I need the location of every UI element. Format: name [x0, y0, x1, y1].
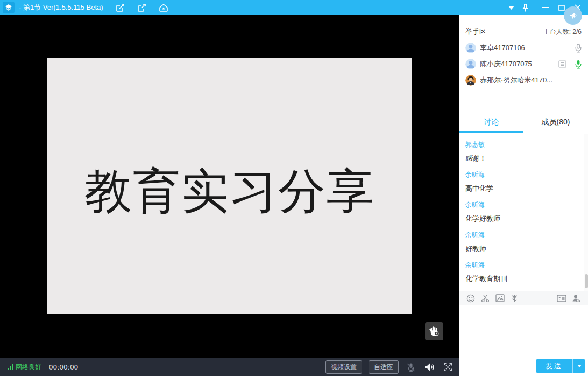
raise-hand-button[interactable] [425, 322, 443, 340]
send-row: 发送 [459, 358, 588, 376]
tab-discussion[interactable]: 讨论 [459, 112, 523, 133]
send-button[interactable]: 发送 [536, 359, 572, 373]
chat-text: 化学好教师 [465, 214, 582, 223]
sidebar: 举手区 上台人数: 2/6 李卓41707106 陈小庆4170707 [459, 15, 588, 376]
pin-icon[interactable] [518, 0, 532, 15]
id-card-icon[interactable] [555, 293, 568, 304]
minimize-button[interactable] [537, 0, 554, 15]
network-status: 网络良好 [8, 363, 41, 372]
titlebar: - 第1节 Ver(1.5.5.115 Beta) [0, 0, 588, 15]
slide-title-text: 教育实习分享 [84, 159, 375, 224]
chat-text: 高中化学 [465, 184, 582, 193]
chat-message: 余昕海 好教师 [465, 231, 582, 253]
chat-username[interactable]: 余昕海 [465, 170, 582, 179]
session-timer: 00:00:00 [49, 363, 79, 371]
chat-text: 感谢！ [465, 154, 582, 163]
message-input-area[interactable] [459, 305, 588, 358]
chat-scrollbar[interactable] [584, 134, 588, 291]
bottom-control-bar: 网络良好 00:00:00 视频设置 自适应 [0, 358, 459, 376]
avatar-photo [465, 75, 476, 86]
participant-row[interactable]: 李卓41707106 [459, 40, 588, 56]
megaphone-icon [569, 12, 578, 20]
chat-text: 化学教育期刊 [465, 275, 582, 283]
app-logo-icon [3, 2, 15, 13]
microphone-on-icon[interactable] [575, 60, 582, 69]
video-settings-button[interactable]: 视频设置 [325, 360, 362, 374]
chat-text: 好教师 [465, 245, 582, 253]
fullscreen-icon[interactable] [442, 361, 454, 373]
chat-message: 余昕海 化学教育期刊 [465, 261, 582, 283]
emoji-icon[interactable] [464, 293, 477, 304]
network-signal-icon [8, 364, 13, 370]
chat-message: 余昕海 高中化学 [465, 170, 582, 193]
participant-list: 李卓41707106 陈小庆41707075 [459, 40, 588, 88]
avatar [465, 43, 476, 53]
member-view-icon[interactable] [570, 293, 583, 304]
flower-icon[interactable] [508, 293, 521, 304]
send-options-caret[interactable] [572, 359, 585, 373]
chat-scrollbar-thumb[interactable] [585, 274, 588, 288]
speaker-icon[interactable] [423, 361, 435, 373]
home-icon[interactable] [158, 2, 169, 13]
chat-username[interactable]: 余昕海 [465, 261, 582, 270]
chat-toolbar [459, 291, 588, 305]
send-button-group[interactable]: 发送 [536, 359, 585, 373]
participant-name: 陈小庆41707075 [480, 59, 558, 69]
chat-username[interactable]: 郭惠敏 [465, 140, 582, 149]
sidebar-tabs: 讨论 成员(80) [459, 112, 588, 133]
document-icon[interactable] [558, 60, 566, 68]
chevron-down-icon[interactable] [504, 0, 518, 15]
stage-count-label: 上台人数: 2/6 [543, 27, 582, 37]
avatar [465, 59, 476, 69]
image-icon[interactable] [493, 293, 506, 304]
network-status-label: 网络良好 [16, 363, 41, 372]
message-input[interactable] [459, 305, 588, 358]
participant-row[interactable]: 赤那尔·努尔哈米4170... [459, 72, 588, 88]
edit-icon[interactable] [115, 2, 126, 13]
participant-name: 赤那尔·努尔哈米4170... [480, 75, 582, 85]
chat-message: 余昕海 化学好教师 [465, 200, 582, 223]
megaphone-button[interactable] [564, 6, 582, 25]
microphone-off-icon[interactable] [575, 44, 582, 53]
video-stage: 教育实习分享 [0, 15, 459, 358]
hand-area-title: 举手区 [465, 27, 486, 37]
participant-row[interactable]: 陈小庆41707075 [459, 56, 588, 72]
scissors-icon[interactable] [479, 293, 492, 304]
chat-username[interactable]: 余昕海 [465, 231, 582, 240]
chat-username[interactable]: 余昕海 [465, 200, 582, 210]
share-icon[interactable] [137, 2, 147, 13]
tab-members[interactable]: 成员(80) [523, 112, 588, 133]
app-window: - 第1节 Ver(1.5.5.115 Beta) [0, 0, 588, 376]
microphone-muted-icon[interactable] [405, 361, 417, 373]
chat-message: 郭惠敏 感谢！ [465, 140, 582, 163]
autofit-button[interactable]: 自适应 [369, 360, 399, 374]
presentation-slide: 教育实习分享 [47, 58, 412, 314]
raise-hand-icon [428, 325, 440, 337]
hand-area-header: 举手区 上台人数: 2/6 [459, 25, 588, 39]
window-title: - 第1节 Ver(1.5.5.115 Beta) [19, 3, 103, 12]
chat-message-list: 郭惠敏 感谢！ 余昕海 高中化学 余昕海 化学好教师 余昕海 好教师 余昕海 化… [459, 134, 588, 291]
participant-name: 李卓41707106 [480, 43, 575, 53]
